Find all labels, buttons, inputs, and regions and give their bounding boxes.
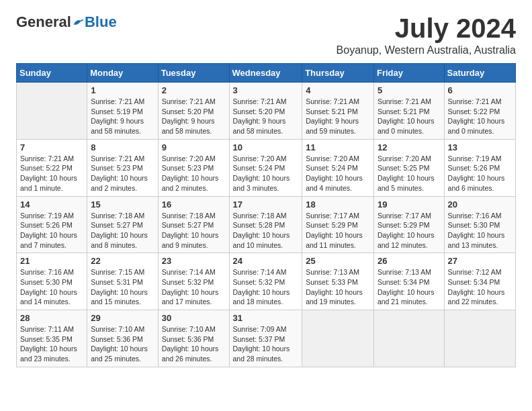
day-info: Sunrise: 7:20 AMSunset: 5:25 PMDaylight:… — [378, 154, 441, 193]
day-number: 10 — [233, 142, 299, 152]
calendar-cell: 16Sunrise: 7:18 AMSunset: 5:27 PMDayligh… — [158, 196, 229, 253]
calendar-week-row: 21Sunrise: 7:16 AMSunset: 5:30 PMDayligh… — [17, 253, 516, 310]
logo-blue-text: Blue — [85, 13, 117, 31]
weekday-header: Monday — [87, 64, 158, 83]
weekday-header: Friday — [373, 64, 444, 83]
day-number: 18 — [306, 199, 370, 210]
day-number: 29 — [91, 313, 154, 323]
day-number: 31 — [233, 313, 299, 323]
day-info: Sunrise: 7:12 AMSunset: 5:34 PMDaylight:… — [448, 267, 512, 307]
calendar-cell: 21Sunrise: 7:16 AMSunset: 5:30 PMDayligh… — [17, 253, 87, 310]
month-year-title: July 2024 — [337, 13, 516, 43]
day-info: Sunrise: 7:21 AMSunset: 5:22 PMDaylight:… — [20, 154, 83, 193]
calendar-cell — [373, 310, 444, 367]
day-number: 15 — [91, 199, 154, 210]
day-info: Sunrise: 7:10 AMSunset: 5:36 PMDaylight:… — [91, 324, 154, 364]
calendar-table: SundayMondayTuesdayWednesdayThursdayFrid… — [16, 63, 516, 367]
weekday-header: Sunday — [17, 64, 87, 83]
day-number: 21 — [20, 256, 83, 266]
day-info: Sunrise: 7:17 AMSunset: 5:29 PMDaylight:… — [306, 211, 370, 250]
location-subtitle: Boyanup, Western Australia, Australia — [337, 44, 516, 56]
calendar-cell: 11Sunrise: 7:20 AMSunset: 5:24 PMDayligh… — [302, 139, 374, 196]
calendar-cell: 22Sunrise: 7:15 AMSunset: 5:31 PMDayligh… — [87, 253, 158, 310]
calendar-cell: 25Sunrise: 7:13 AMSunset: 5:33 PMDayligh… — [302, 253, 374, 310]
calendar-cell: 30Sunrise: 7:10 AMSunset: 5:36 PMDayligh… — [158, 310, 229, 367]
day-number: 2 — [162, 85, 226, 95]
day-number: 25 — [306, 256, 370, 266]
calendar-week-row: 7Sunrise: 7:21 AMSunset: 5:22 PMDaylight… — [17, 139, 516, 196]
calendar-cell — [17, 83, 87, 140]
day-info: Sunrise: 7:18 AMSunset: 5:27 PMDaylight:… — [162, 211, 226, 250]
page-header: General Blue July 2024 Boyanup, Western … — [16, 13, 516, 56]
day-number: 13 — [448, 142, 512, 152]
day-info: Sunrise: 7:16 AMSunset: 5:30 PMDaylight:… — [448, 211, 512, 250]
calendar-week-row: 1Sunrise: 7:21 AMSunset: 5:19 PMDaylight… — [17, 83, 516, 140]
day-number: 12 — [378, 142, 441, 152]
calendar-cell: 5Sunrise: 7:21 AMSunset: 5:21 PMDaylight… — [373, 83, 444, 140]
weekday-header: Wednesday — [229, 64, 302, 83]
calendar-header-row: SundayMondayTuesdayWednesdayThursdayFrid… — [17, 64, 516, 83]
calendar-cell: 31Sunrise: 7:09 AMSunset: 5:37 PMDayligh… — [229, 310, 302, 367]
day-info: Sunrise: 7:19 AMSunset: 5:26 PMDaylight:… — [448, 154, 512, 193]
day-number: 22 — [91, 256, 154, 266]
day-number: 24 — [233, 256, 299, 266]
calendar-cell: 9Sunrise: 7:20 AMSunset: 5:23 PMDaylight… — [158, 139, 229, 196]
calendar-cell: 29Sunrise: 7:10 AMSunset: 5:36 PMDayligh… — [87, 310, 158, 367]
weekday-header: Thursday — [302, 64, 374, 83]
day-info: Sunrise: 7:21 AMSunset: 5:21 PMDaylight:… — [378, 97, 441, 136]
calendar-cell: 20Sunrise: 7:16 AMSunset: 5:30 PMDayligh… — [444, 196, 515, 253]
day-info: Sunrise: 7:18 AMSunset: 5:28 PMDaylight:… — [233, 211, 299, 250]
day-info: Sunrise: 7:21 AMSunset: 5:20 PMDaylight:… — [233, 97, 299, 136]
day-info: Sunrise: 7:21 AMSunset: 5:20 PMDaylight:… — [162, 97, 226, 136]
day-info: Sunrise: 7:14 AMSunset: 5:32 PMDaylight:… — [162, 267, 226, 307]
day-number: 27 — [448, 256, 512, 266]
day-info: Sunrise: 7:20 AMSunset: 5:24 PMDaylight:… — [306, 154, 370, 193]
day-info: Sunrise: 7:15 AMSunset: 5:31 PMDaylight:… — [91, 267, 154, 307]
day-info: Sunrise: 7:13 AMSunset: 5:33 PMDaylight:… — [306, 267, 370, 307]
day-info: Sunrise: 7:20 AMSunset: 5:24 PMDaylight:… — [233, 154, 299, 193]
day-number: 5 — [378, 85, 441, 95]
day-info: Sunrise: 7:17 AMSunset: 5:29 PMDaylight:… — [378, 211, 441, 250]
day-number: 7 — [20, 142, 83, 152]
day-number: 17 — [233, 199, 299, 210]
calendar-cell: 1Sunrise: 7:21 AMSunset: 5:19 PMDaylight… — [87, 83, 158, 140]
day-info: Sunrise: 7:11 AMSunset: 5:35 PMDaylight:… — [20, 324, 83, 364]
day-info: Sunrise: 7:21 AMSunset: 5:19 PMDaylight:… — [91, 97, 154, 136]
calendar-week-row: 28Sunrise: 7:11 AMSunset: 5:35 PMDayligh… — [17, 310, 516, 367]
title-section: July 2024 Boyanup, Western Australia, Au… — [337, 13, 516, 56]
calendar-cell: 26Sunrise: 7:13 AMSunset: 5:34 PMDayligh… — [373, 253, 444, 310]
day-info: Sunrise: 7:21 AMSunset: 5:23 PMDaylight:… — [91, 154, 154, 193]
calendar-cell: 6Sunrise: 7:21 AMSunset: 5:22 PMDaylight… — [444, 83, 515, 140]
calendar-cell: 24Sunrise: 7:14 AMSunset: 5:32 PMDayligh… — [229, 253, 302, 310]
day-number: 26 — [378, 256, 441, 266]
calendar-cell: 8Sunrise: 7:21 AMSunset: 5:23 PMDaylight… — [87, 139, 158, 196]
calendar-cell: 15Sunrise: 7:18 AMSunset: 5:27 PMDayligh… — [87, 196, 158, 253]
calendar-cell: 3Sunrise: 7:21 AMSunset: 5:20 PMDaylight… — [229, 83, 302, 140]
logo-bird-icon — [73, 16, 85, 28]
calendar-cell: 10Sunrise: 7:20 AMSunset: 5:24 PMDayligh… — [229, 139, 302, 196]
day-info: Sunrise: 7:21 AMSunset: 5:21 PMDaylight:… — [306, 97, 370, 136]
calendar-cell: 13Sunrise: 7:19 AMSunset: 5:26 PMDayligh… — [444, 139, 515, 196]
day-number: 11 — [306, 142, 370, 152]
day-number: 30 — [162, 313, 226, 323]
calendar-cell: 14Sunrise: 7:19 AMSunset: 5:26 PMDayligh… — [17, 196, 87, 253]
calendar-week-row: 14Sunrise: 7:19 AMSunset: 5:26 PMDayligh… — [17, 196, 516, 253]
logo-general-text: General — [16, 13, 71, 31]
calendar-cell — [302, 310, 374, 367]
day-number: 20 — [448, 199, 512, 210]
calendar-cell: 19Sunrise: 7:17 AMSunset: 5:29 PMDayligh… — [373, 196, 444, 253]
calendar-cell: 12Sunrise: 7:20 AMSunset: 5:25 PMDayligh… — [373, 139, 444, 196]
weekday-header: Saturday — [444, 64, 515, 83]
day-number: 23 — [162, 256, 226, 266]
day-info: Sunrise: 7:19 AMSunset: 5:26 PMDaylight:… — [20, 211, 83, 250]
calendar-cell: 4Sunrise: 7:21 AMSunset: 5:21 PMDaylight… — [302, 83, 374, 140]
calendar-cell: 27Sunrise: 7:12 AMSunset: 5:34 PMDayligh… — [444, 253, 515, 310]
day-number: 9 — [162, 142, 226, 152]
day-number: 19 — [378, 199, 441, 210]
day-number: 8 — [91, 142, 154, 152]
day-info: Sunrise: 7:20 AMSunset: 5:23 PMDaylight:… — [162, 154, 226, 193]
day-number: 14 — [20, 199, 83, 210]
day-info: Sunrise: 7:18 AMSunset: 5:27 PMDaylight:… — [91, 211, 154, 250]
day-number: 1 — [91, 85, 154, 95]
calendar-cell: 18Sunrise: 7:17 AMSunset: 5:29 PMDayligh… — [302, 196, 374, 253]
